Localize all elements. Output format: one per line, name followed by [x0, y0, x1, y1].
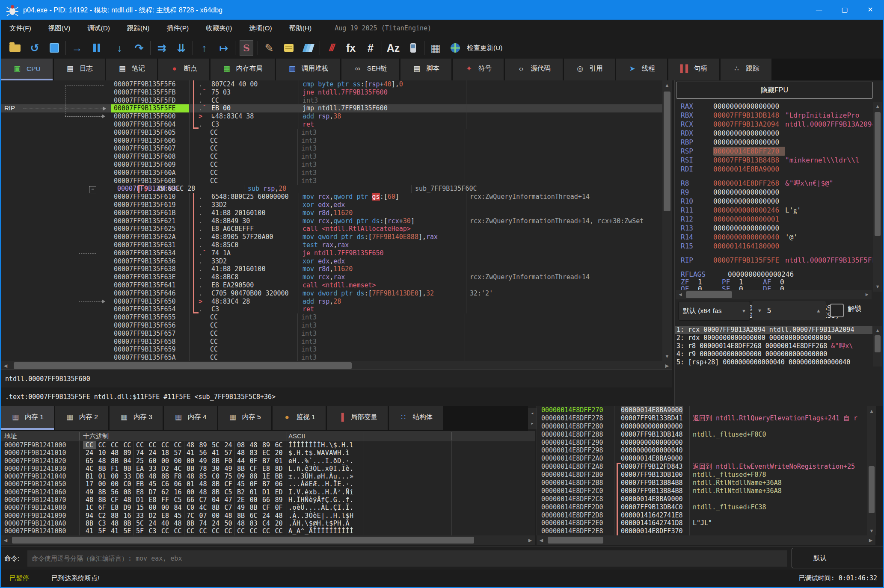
stop-icon[interactable]: [44, 39, 64, 56]
scroll-down-icon[interactable]: ▼: [873, 282, 882, 292]
tab-dump-2[interactable]: ▦内存 2: [55, 406, 108, 430]
stack-row[interactable]: 00000014E8DFF28800007FF9B13DB148ntdll._f…: [537, 431, 876, 439]
patches-icon[interactable]: ///: [321, 39, 341, 56]
register-row[interactable]: RSP00000014E8DFF270: [675, 147, 872, 156]
tab-symbols[interactable]: ✦符号: [453, 59, 504, 80]
register-row[interactable]: RCX00007FF9B13A2094ntdll.00007FF9B13A209…: [675, 120, 872, 129]
memory-row[interactable]: 00007FF9B12410A08BC3488B5C2440488B742450…: [1, 520, 535, 527]
memory-row[interactable]: 00007FF9B12410304C8BF18BEA33D24C8B783049…: [1, 465, 535, 473]
stack-row[interactable]: 00000014E8DFF2A800007FF9B12FD843返回到 ntdl…: [537, 463, 876, 471]
memory-row[interactable]: 00007FF9B1241070488BCF48D1E8FFC566C70447…: [1, 496, 535, 504]
calling-convention-dropdown[interactable]: 默认 (x64 fas▼: [678, 301, 750, 321]
register-row[interactable]: R800000014E8DFF268&"呷x\n€|$@": [675, 179, 872, 188]
memory-row[interactable]: 00007FF9B1241010241048897424185741564157…: [1, 449, 535, 457]
memory-row[interactable]: 00007FF9B1241000CCCCCCCCCCCCCCCC48895C24…: [1, 441, 535, 449]
memory-row[interactable]: 00007FF9B1241050170000C0EB45C60601488BCF…: [1, 480, 535, 488]
stack-row[interactable]: 00000014E8DFF2980000000000000040: [537, 446, 876, 455]
scroll-up-icon[interactable]: ▲: [873, 102, 882, 111]
registers-horizontal-scrollbar[interactable]: ◀ ▶: [676, 290, 872, 299]
tab-dump-3[interactable]: ▦内存 3: [110, 406, 163, 430]
execute-till-return-icon[interactable]: ↑: [194, 39, 214, 56]
argument-row[interactable]: 2: rdx 0000000000000000 0000000000000000: [675, 334, 872, 342]
register-row[interactable]: RSI00007FF9B13B84B8"minkernel\\ldr\\l: [675, 156, 872, 165]
menu-item-P[interactable]: 插件(P): [158, 20, 198, 37]
trace-into-icon[interactable]: ⇊: [172, 39, 191, 56]
scroll-right-icon[interactable]: ▶: [525, 535, 535, 545]
favourites-icon[interactable]: [299, 39, 318, 56]
step-over-icon[interactable]: ↷: [129, 39, 149, 56]
calculator-icon[interactable]: ▦: [426, 39, 445, 56]
tab-call-stack[interactable]: ▥调用堆栈: [276, 59, 340, 80]
stack-row[interactable]: 00000014E8DFF2E800000014E8DFF370: [537, 527, 876, 535]
tab-memory-map[interactable]: ▦内存布局: [211, 59, 275, 80]
memory-row[interactable]: 00007FF9B124109094C2881633D2E8457C070048…: [1, 512, 535, 520]
memory-horizontal-scrollbar[interactable]: ◀ ▶: [1, 535, 535, 545]
scroll-left-icon[interactable]: ◀: [537, 535, 546, 545]
step-into-icon[interactable]: ↓: [110, 39, 129, 56]
scroll-left-icon[interactable]: ◀: [1, 535, 10, 545]
scroll-up-icon[interactable]: ▲: [662, 80, 672, 90]
register-row[interactable]: R120000000000000001: [675, 215, 872, 224]
register-row[interactable]: RDX0000000000000000: [675, 129, 872, 138]
tab-handles[interactable]: ▌▌句柄: [668, 59, 719, 80]
pause-icon[interactable]: [87, 39, 107, 56]
disasm-horizontal-scrollbar[interactable]: ◀ ▶: [1, 361, 672, 370]
register-row[interactable]: RAX0000000000000000: [675, 102, 872, 111]
menu-item-F[interactable]: 文件(F): [1, 20, 40, 37]
register-row[interactable]: RBX00007FF9B13DB148"LdrpInitializePro: [675, 111, 872, 120]
menu-item-V[interactable]: 视图(V): [40, 20, 79, 37]
close-button[interactable]: ✕: [857, 1, 883, 20]
tab-source[interactable]: ‹›源代码: [505, 59, 563, 80]
fx-icon[interactable]: fx: [341, 39, 361, 56]
stack-row[interactable]: 00000014E8DFF2C800000014E8BA9000: [537, 495, 876, 503]
stack-row[interactable]: 00000014E8DFF27000000014E8BA9000: [537, 406, 876, 414]
registers-vertical-scrollbar[interactable]: ▲ ▼: [873, 102, 882, 292]
check-updates-label[interactable]: 检查更新(U): [467, 44, 503, 53]
menu-item-I[interactable]: 收藏夹(I): [197, 20, 240, 37]
scroll-right-icon[interactable]: ▶: [866, 535, 875, 545]
open-file-icon[interactable]: [5, 39, 25, 56]
tab-locals[interactable]: ▐局部变量: [327, 406, 388, 430]
register-row[interactable]: RBP0000000000000000: [675, 138, 872, 147]
stack-vertical-scrollbar[interactable]: ▲ ▼: [867, 406, 876, 535]
argument-row[interactable]: 3: r8 00000014E8DFF268 00000014E8DFF268 …: [675, 342, 872, 350]
memory-row[interactable]: 00007FF9B12410B0415F415E5FC3CCCCCCCCCCCC…: [1, 527, 535, 535]
tab-watch-1[interactable]: ●监视 1: [273, 406, 326, 430]
command-input[interactable]: [27, 550, 787, 567]
restart-icon[interactable]: ↺: [25, 39, 44, 56]
register-row[interactable]: RDI00000014E8BA9000: [675, 165, 872, 174]
argument-row[interactable]: 5: [rsp+28] 0000000000000040 00000000000…: [675, 358, 872, 366]
hide-fpu-button[interactable]: 隐藏FPU: [676, 82, 873, 99]
stack-horizontal-scrollbar[interactable]: ◀ ▶: [537, 535, 875, 545]
phone-icon[interactable]: [403, 39, 423, 56]
run-icon[interactable]: →: [67, 39, 87, 56]
stack-row[interactable]: 00000014E8DFF27800007FF9B133BD41返回到 ntdl…: [537, 414, 876, 423]
unlock-checkbox[interactable]: [830, 304, 844, 317]
stack-row[interactable]: 00000014E8DFF2D800000141642741E8: [537, 511, 876, 520]
comment-note-icon[interactable]: [279, 39, 299, 56]
memory-row[interactable]: 00007FF9B1241060498B5608E8D7621600488BC5…: [1, 488, 535, 496]
stack-row[interactable]: 00000014E8DFF2A000000014E8BA9000: [537, 455, 876, 463]
tab-trace[interactable]: ∴跟踪: [721, 59, 771, 80]
register-row[interactable]: R130000000000000000: [675, 224, 872, 233]
memory-row[interactable]: 00007FF9B124102065488B042560000000498BF0…: [1, 457, 535, 465]
tab-notes[interactable]: ▤笔记: [106, 59, 157, 80]
tab-breakpoints[interactable]: ●断点: [158, 59, 209, 80]
tab-script[interactable]: ▤脚本: [400, 59, 451, 80]
register-row[interactable]: R110000000000000246L'ǥ': [675, 206, 872, 215]
register-row[interactable]: RIP00007FF9B135F5FEntdll.00007FF9B135F5F…: [675, 256, 872, 265]
menu-item-N[interactable]: 跟踪(N): [119, 20, 158, 37]
disasm-vertical-scrollbar[interactable]: ▲ ▼: [662, 80, 672, 361]
register-row[interactable]: R100000000000000000: [675, 197, 872, 206]
scroll-up-icon[interactable]: ▲: [867, 406, 876, 416]
tab-log[interactable]: ▤日志: [54, 59, 105, 80]
argument-row[interactable]: 4: r9 0000000000000000 0000000000000000: [675, 350, 872, 358]
tab-threads[interactable]: ➤线程: [616, 59, 667, 80]
scroll-left-icon[interactable]: ◀: [1, 361, 10, 370]
spinner-up-icon[interactable]: ▲: [811, 308, 826, 313]
rflags-row[interactable]: RFLAGS0000000000000246: [675, 270, 872, 279]
tab-dump-4[interactable]: ▦内存 4: [164, 406, 217, 430]
scroll-left-icon[interactable]: ◀: [676, 290, 685, 299]
memory-row[interactable]: 00007FF9B12410801C6FE8D915000084C04C8BC7…: [1, 504, 535, 511]
s-toggle-icon[interactable]: S: [237, 39, 256, 56]
